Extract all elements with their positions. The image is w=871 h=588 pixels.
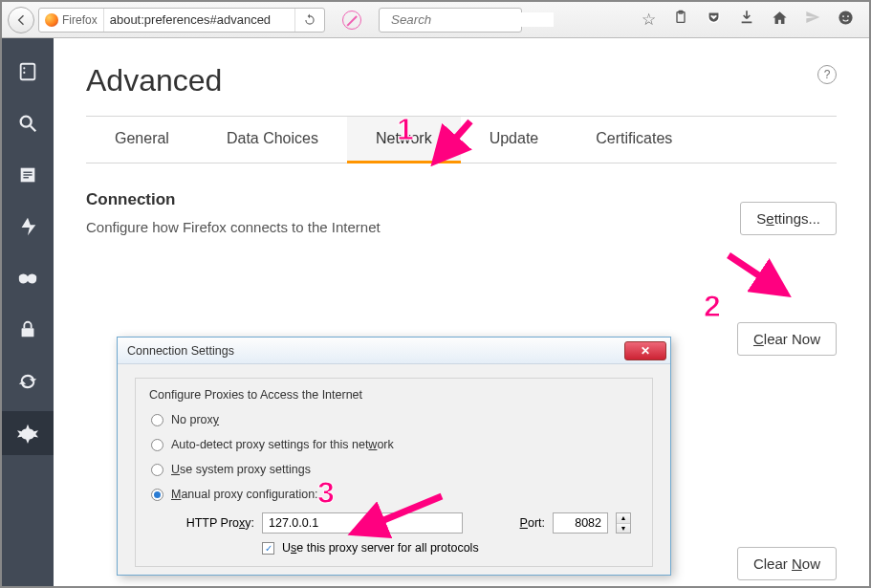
- radio-no-proxy[interactable]: No proxy: [149, 407, 639, 432]
- svg-point-4: [847, 15, 849, 17]
- home-icon[interactable]: [772, 10, 788, 31]
- clear-now-button-2[interactable]: Clear Now: [737, 547, 837, 580]
- tab-network[interactable]: Network: [347, 117, 461, 163]
- sidebar-item-general[interactable]: [2, 50, 54, 94]
- use-for-all-row[interactable]: ✓ Use this proxy server for all protocol…: [262, 541, 639, 555]
- star-icon[interactable]: ☆: [642, 10, 656, 30]
- checkbox-label: Use this proxy server for all protocols: [282, 541, 479, 555]
- port-input[interactable]: [553, 512, 608, 534]
- identity-badge[interactable]: Firefox: [39, 9, 104, 32]
- back-button[interactable]: [8, 7, 34, 33]
- close-icon: ✕: [641, 344, 650, 358]
- sidebar-item-applications[interactable]: [2, 205, 54, 249]
- svg-point-6: [23, 67, 25, 69]
- face-icon[interactable]: [838, 10, 854, 31]
- radio-label: Use system proxy settings: [171, 463, 311, 476]
- radio-system[interactable]: Use system proxy settings: [149, 457, 639, 482]
- blocked-icon[interactable]: [342, 11, 361, 30]
- tab-update[interactable]: Update: [461, 117, 568, 163]
- checkbox-icon: ✓: [262, 542, 274, 555]
- radio-label: Manual proxy configuration:: [171, 488, 318, 501]
- reload-button[interactable]: [294, 9, 324, 32]
- fieldset-legend: Configure Proxies to Access the Internet: [145, 388, 639, 402]
- toolbar-icons: ☆: [642, 10, 854, 31]
- tab-general[interactable]: General: [86, 117, 198, 163]
- svg-point-3: [842, 15, 844, 17]
- spinner-up[interactable]: ▲: [617, 513, 630, 524]
- radio-icon: [151, 489, 163, 501]
- http-proxy-label: HTTP Proxy:: [180, 516, 254, 530]
- clear-now-button[interactable]: Clear Now: [737, 322, 837, 356]
- download-icon[interactable]: [739, 10, 754, 30]
- search-bar[interactable]: [379, 8, 522, 33]
- preferences-sidebar: [2, 38, 54, 586]
- firefox-icon: [45, 13, 58, 27]
- sidebar-item-privacy[interactable]: [2, 256, 54, 300]
- help-icon[interactable]: ?: [817, 65, 837, 84]
- http-proxy-row: HTTP Proxy: Port: ▲▼: [180, 512, 639, 534]
- connection-desc: Configure how Firefox connects to the In…: [86, 219, 837, 235]
- connection-heading: Connection: [86, 190, 837, 209]
- svg-line-9: [31, 126, 36, 132]
- radio-label: No proxy: [171, 413, 219, 426]
- identity-label: Firefox: [62, 13, 98, 27]
- dialog-title: Connection Settings: [127, 344, 234, 358]
- port-spinner[interactable]: ▲▼: [616, 512, 631, 534]
- page-title: Advanced: [86, 63, 837, 98]
- spinner-down[interactable]: ▼: [617, 524, 630, 534]
- connection-section: Connection Configure how Firefox connect…: [86, 190, 837, 235]
- sidebar-item-advanced[interactable]: [2, 411, 54, 455]
- sidebar-item-sync[interactable]: [2, 359, 54, 403]
- dialog-close-button[interactable]: ✕: [624, 341, 666, 360]
- radio-auto-detect[interactable]: Auto-detect proxy settings for this netw…: [149, 432, 639, 457]
- port-label: Port:: [470, 516, 545, 530]
- url-input[interactable]: [104, 12, 294, 27]
- sidebar-item-security[interactable]: [2, 308, 54, 352]
- radio-icon: [151, 414, 163, 426]
- tab-data-choices[interactable]: Data Choices: [198, 117, 347, 163]
- svg-point-7: [23, 72, 25, 74]
- clipboard-icon[interactable]: [673, 10, 688, 30]
- send-icon[interactable]: [805, 10, 820, 30]
- radio-label: Auto-detect proxy settings for this netw…: [171, 438, 394, 451]
- url-bar[interactable]: Firefox: [38, 8, 325, 33]
- search-input[interactable]: [391, 12, 554, 27]
- svg-rect-5: [21, 64, 35, 80]
- connection-settings-dialog: Connection Settings ✕ Configure Proxies …: [117, 337, 671, 576]
- radio-manual[interactable]: Manual proxy configuration:: [149, 482, 639, 507]
- advanced-tabs: General Data Choices Network Update Cert…: [86, 116, 837, 163]
- proxy-fieldset: Configure Proxies to Access the Internet…: [135, 378, 653, 567]
- tab-certificates[interactable]: Certificates: [567, 117, 701, 163]
- sidebar-item-search[interactable]: [2, 101, 54, 145]
- browser-toolbar: Firefox ☆: [2, 2, 869, 38]
- connection-settings-button[interactable]: Settings...: [740, 202, 837, 235]
- svg-point-8: [21, 117, 32, 127]
- svg-point-2: [838, 11, 852, 24]
- radio-icon: [151, 439, 163, 451]
- svg-rect-14: [22, 328, 34, 337]
- radio-icon: [151, 464, 163, 476]
- sidebar-item-content[interactable]: [2, 153, 54, 197]
- pocket-icon[interactable]: [706, 10, 722, 31]
- dialog-titlebar[interactable]: Connection Settings ✕: [118, 338, 670, 364]
- dialog-body: Configure Proxies to Access the Internet…: [118, 364, 670, 575]
- http-proxy-input[interactable]: [262, 512, 463, 534]
